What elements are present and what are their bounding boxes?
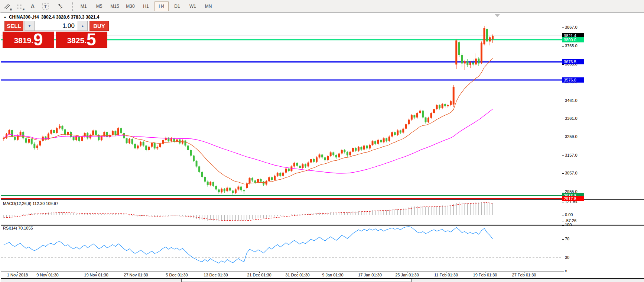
axis-tick [562, 202, 564, 202]
horizontal-scrollbar[interactable] [1, 279, 644, 282]
price-line-badge: 2917.8 [562, 196, 584, 201]
rsi-pane[interactable] [1, 225, 562, 272]
axis-tick-label: 3259.0 [565, 134, 578, 139]
chart-shift-marker-icon[interactable] [494, 14, 500, 17]
buy-button[interactable]: BUY [90, 21, 109, 31]
time-axis-label: 31 Dec 01:30 [285, 273, 309, 277]
axis-tick [562, 156, 564, 156]
axis-tick [562, 119, 564, 119]
rsi-label: RSI(14) 70.1055 [3, 226, 33, 230]
triangle-up-icon: ▲ [81, 24, 84, 28]
timeframe-button-d1[interactable]: D1 [170, 1, 184, 11]
macd-signal-line [4, 203, 493, 221]
axis-tick-label: 3157.0 [565, 153, 578, 157]
axis-tick [562, 258, 564, 258]
sell-price-int: 3819 [14, 33, 31, 48]
arrow-tools-icon[interactable]: ▾ [53, 1, 68, 11]
axis-tick [562, 173, 564, 174]
time-axis-label: 17 Jan 01:30 [358, 273, 382, 277]
svg-text:T: T [44, 4, 47, 9]
chart-ohlc: 3802.4 3828.6 3783.3 3821.4 [41, 15, 100, 20]
triangle-up-icon: ▲ [3, 15, 7, 19]
text-label-icon[interactable]: T [40, 1, 51, 11]
axis-tick [562, 221, 564, 221]
time-axis-label: 27 Nov 01:30 [124, 273, 148, 277]
time-axis-label: 5 Dec 01:30 [166, 273, 188, 277]
timeframe-button-w1[interactable]: W1 [186, 1, 200, 11]
time-axis[interactable]: 1 Nov 20189 Nov 01:3019 Nov 01:3027 Nov … [1, 272, 644, 278]
axis-tick-label: 30 [565, 255, 569, 260]
macd-label: MACD(12,26,9) 112.30 109.97 [3, 201, 58, 206]
macd-histogram [4, 202, 493, 221]
axis-tick [562, 215, 564, 215]
time-axis-label: 1 Nov 2018 [7, 273, 28, 277]
axis-tick [562, 28, 564, 28]
toolbar-separator [72, 2, 73, 11]
slow-ma-line [4, 109, 493, 173]
price-line-badge: 3576.0 [562, 77, 584, 83]
axis-tick-label: 0.00 [565, 212, 573, 217]
trading-terminal: E F A T ▾ M1M5M15M30H1H4D1W1MN [0, 0, 644, 282]
time-axis-label: 9 Nov 01:30 [36, 273, 58, 277]
axis-tick [562, 239, 564, 240]
time-axis-label: 13 Dec 01:30 [204, 273, 228, 277]
timeframe-button-m1[interactable]: M1 [77, 1, 91, 11]
timeframe-button-m15[interactable]: M15 [108, 1, 122, 11]
timeframe-button-h4[interactable]: H4 [155, 1, 169, 11]
candles [3, 24, 494, 195]
axis-tick-label: 3361.0 [565, 116, 578, 121]
buy-price-decimal: 5 [87, 32, 96, 48]
price-line-badge: 3676.5 [562, 59, 584, 64]
timeframe-button-h1[interactable]: H1 [139, 1, 153, 11]
axis-tick-label: 100 [565, 222, 572, 227]
sell-button[interactable]: SELL [4, 21, 23, 31]
sell-price-decimal: 9 [33, 32, 43, 48]
toolbar: E F A T ▾ M1M5M15M30H1H4D1W1MN [0, 0, 644, 13]
axis-tick-label: 70 [565, 237, 569, 241]
fibonacci-retracement-icon[interactable]: F [15, 1, 25, 11]
sell-price-tile[interactable]: 3819.9 [3, 32, 54, 48]
time-axis-label: 21 Dec 01:30 [247, 273, 271, 277]
equidistant-channel-icon[interactable]: E [2, 1, 13, 11]
volume-input[interactable] [35, 21, 78, 31]
chart-title: ▲ CHINA300-,H4 3802.4 3828.6 3783.3 3821… [3, 15, 99, 20]
volume-decrease-button[interactable]: ▼ [25, 21, 35, 31]
axis-tick-label: 3057.0 [565, 171, 578, 175]
text-icon[interactable]: A [27, 1, 38, 11]
fast-ma-line [4, 58, 493, 184]
axis-tick [562, 46, 564, 47]
axis-tick [562, 192, 564, 192]
axis-tick-label: 3765.0 [565, 44, 578, 48]
timeframe-button-mn[interactable]: MN [201, 1, 215, 11]
triangle-down-icon: ▼ [28, 24, 31, 28]
timeframe-button-m30[interactable]: M30 [123, 1, 137, 11]
time-axis-label: 9 Jan 01:30 [322, 273, 344, 277]
price-tiles: 3819.9 3825.5 [3, 32, 107, 48]
price-line-badge: 3800.0 [562, 37, 584, 42]
axis-tick-label: 3461.0 [565, 98, 578, 103]
time-axis-label: 19 Nov 01:30 [84, 273, 108, 277]
time-axis-label: 27 Feb 01:30 [512, 273, 536, 277]
axis-tick [562, 101, 564, 101]
axis-tick [562, 137, 564, 137]
scrollbar-thumb[interactable] [181, 279, 412, 282]
timeframe-button-m5[interactable]: M5 [92, 1, 106, 11]
time-axis-label: 19 Feb 01:30 [473, 273, 497, 277]
price-axis-line [562, 13, 562, 272]
buy-price-int: 3825 [67, 33, 84, 48]
time-axis-label: 25 Jan 01:30 [395, 273, 419, 277]
chart-symbol: CHINA300-,H4 [9, 15, 39, 20]
timeframe-bar: M1M5M15M30H1H4D1W1MN [76, 1, 216, 11]
axis-tick [562, 225, 564, 225]
one-click-trade-panel: SELL ▼ ▲ BUY [4, 21, 109, 31]
axis-tick-label: 3867.0 [565, 25, 578, 29]
macd-pane[interactable] [1, 201, 562, 224]
volume-increase-button[interactable]: ▲ [78, 21, 88, 31]
buy-price-tile[interactable]: 3825.5 [56, 32, 107, 48]
time-axis-label: 11 Feb 01:30 [434, 273, 458, 277]
axis-tick [562, 64, 564, 65]
